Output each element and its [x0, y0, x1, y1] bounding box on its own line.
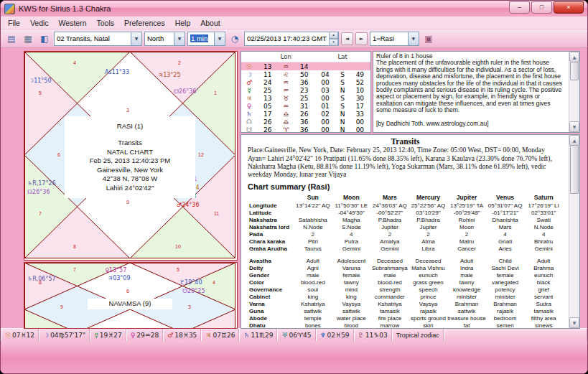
planet-row[interactable]: ♃13♉2500S30	[241, 94, 370, 102]
time-step-select[interactable]: 1 min ▼	[187, 32, 225, 46]
house-number: 5	[177, 267, 179, 272]
datetime-spinner[interactable]: ▴ ▾	[329, 32, 338, 46]
planet-value: ♒	[278, 102, 294, 110]
spin-up-icon[interactable]: ▴	[329, 32, 338, 39]
planet-row[interactable]: ☋26♈3600N00	[241, 126, 370, 133]
summary-row: Latitude-04°49'30"-00°52'27"03°10'29"-00…	[248, 209, 563, 216]
report-title: Transits	[248, 137, 563, 146]
scroll-down-icon[interactable]: ▼	[569, 121, 579, 132]
planet-positions-table: Lon Lat ☉13♒14☽11♌5004S49♂24♒3600S52☿25♒…	[241, 51, 371, 133]
planet-row[interactable]: ☿25♒2303N10	[241, 86, 370, 94]
maximize-button[interactable]: □	[531, 1, 552, 14]
summary-row-label: Latitude	[248, 209, 294, 216]
summary-row-label: Color	[248, 279, 294, 286]
menu-vedic[interactable]: Vedic	[25, 18, 54, 28]
report-place-line: Place:Gainesville, New York, Date: Febru…	[248, 146, 563, 154]
planet-glyph: ♀	[241, 102, 257, 110]
window-frame-bottom	[1, 341, 587, 373]
lon-header: Lon	[257, 52, 314, 62]
menu-tools[interactable]: Tools	[92, 18, 120, 28]
house-number: 3	[126, 108, 129, 113]
planet-value: 36	[294, 118, 314, 126]
summary-row: NakshatraSatabhishaMaghaP.BhadraP.Bhadra…	[248, 216, 563, 223]
summary-cell: Rohini	[447, 216, 486, 223]
summary-cell: male	[370, 272, 409, 279]
planet-label: ☽11°50	[29, 78, 52, 84]
planet-glyph-icon: ☿	[94, 332, 98, 339]
planet-value	[314, 62, 335, 71]
rasi-center-text: RASI (1) TransitsNATAL CHARTFeb 25, 2013…	[65, 116, 195, 198]
chevron-down-icon[interactable]: ▼	[214, 32, 225, 45]
chevron-down-icon[interactable]: ▼	[131, 32, 141, 45]
close-button[interactable]: ×	[554, 1, 584, 14]
chart-select[interactable]: 02 Transits, Natal ▼	[54, 32, 142, 46]
report-icon[interactable]: ▤	[4, 32, 19, 45]
chart-style-select[interactable]: North ▼	[144, 32, 185, 46]
scroll-up-icon[interactable]: ▲	[569, 52, 579, 62]
menu-file[interactable]: File	[3, 18, 25, 28]
menu-preferences[interactable]: Preferences	[119, 18, 170, 28]
summary-cell: Gemini	[524, 245, 563, 252]
planet-value: 00	[314, 94, 335, 102]
planet-value: 00	[314, 78, 335, 86]
clock-icon[interactable]: ◔	[228, 32, 242, 45]
planet-row[interactable]: ☊26♎3600N00	[241, 118, 370, 126]
scroll-up-icon[interactable]: ▲	[569, 135, 579, 146]
datetime-field[interactable]: 02/25/2013 17:40:23 GMT ▴ ▾	[244, 32, 339, 46]
house-number: 2	[178, 60, 181, 65]
chevron-down-icon[interactable]: ▼	[408, 32, 419, 45]
step-back-button[interactable]: ◄	[341, 32, 353, 45]
planet-value: 49	[350, 70, 370, 78]
summary-cell: -00°29'48"	[447, 209, 486, 216]
planet-label: ♂24°36	[177, 202, 200, 208]
summary-cell: Agni	[294, 265, 332, 272]
scroll-thumb[interactable]	[570, 145, 579, 194]
planet-row[interactable]: ☽11♌5004S49	[241, 70, 370, 78]
summary-cell: Adult	[447, 252, 486, 265]
forward-icon: ►	[360, 36, 363, 42]
status-position-text: 18♓35	[174, 332, 197, 339]
interpretation-scrollbar[interactable]: ▲ ▼	[569, 52, 579, 132]
varga-select[interactable]: 1=Rasi ▼	[370, 32, 419, 46]
menu-help[interactable]: Help	[170, 18, 196, 28]
planet-row[interactable]: ☉13♒14	[241, 62, 370, 71]
summary-col-header: Mercury	[409, 193, 448, 202]
minimize-button[interactable]: –	[509, 1, 530, 14]
house-number: 8	[73, 244, 76, 249]
menu-western[interactable]: Western	[54, 18, 92, 28]
summary-row-label: Graha Arudha	[248, 245, 294, 252]
planet-glyph-icon: ♇	[358, 332, 364, 339]
summary-col-header: Mars	[370, 193, 409, 202]
zodiac-mode-text: Tropical zodiac	[396, 332, 439, 339]
summary-cell: 2	[294, 230, 332, 238]
navamsa-chart-panel: ♄R,06°57♀13°57♃03°09♇19°40☋29°2567891011…	[24, 262, 238, 329]
summary-cell: Jupiter	[370, 223, 409, 230]
spin-down-icon[interactable]: ▾	[329, 39, 338, 46]
printer-icon[interactable]: ▦	[21, 32, 35, 45]
lat-header: Lat	[314, 52, 370, 62]
planet-row[interactable]: ♄17♎2602N33	[241, 110, 370, 118]
planet-row[interactable]: ♀05♒3101S17	[241, 102, 370, 110]
summary-cell: S.Node	[332, 223, 371, 230]
scroll-thumb[interactable]	[570, 62, 579, 80]
planet-value: 25	[257, 86, 278, 94]
summary-cell: Adult	[294, 252, 332, 265]
report-scrollbar[interactable]: ▲ ▼	[569, 135, 579, 328]
status-position-text: 06♈45	[289, 332, 312, 339]
step-forward-button[interactable]: ►	[355, 32, 368, 45]
planet-label: ☊26°36	[27, 189, 50, 195]
planet-value: 52	[350, 78, 370, 86]
planet-glyph: ♃	[241, 94, 257, 102]
summary-cell: speech	[409, 286, 448, 294]
menu-about[interactable]: About	[195, 18, 225, 28]
chevron-down-icon[interactable]: ▼	[174, 32, 185, 45]
titlebar[interactable]: KWS for Sirius 1.3 Chakra – □ ×	[1, 1, 587, 17]
interpretation-body: The placement of the unfavourable eighth…	[376, 60, 566, 113]
chart-wheel-icon[interactable]: ◧	[37, 32, 52, 45]
summary-cell: Magha	[332, 216, 371, 223]
planet-row[interactable]: ♂24♒3600S52	[241, 78, 370, 86]
scroll-down-icon[interactable]: ▼	[569, 317, 579, 328]
planet-value: 31	[294, 102, 314, 110]
summary-cell: Brahman	[486, 301, 525, 308]
panel-layout-icon[interactable]: ▣	[421, 32, 436, 45]
